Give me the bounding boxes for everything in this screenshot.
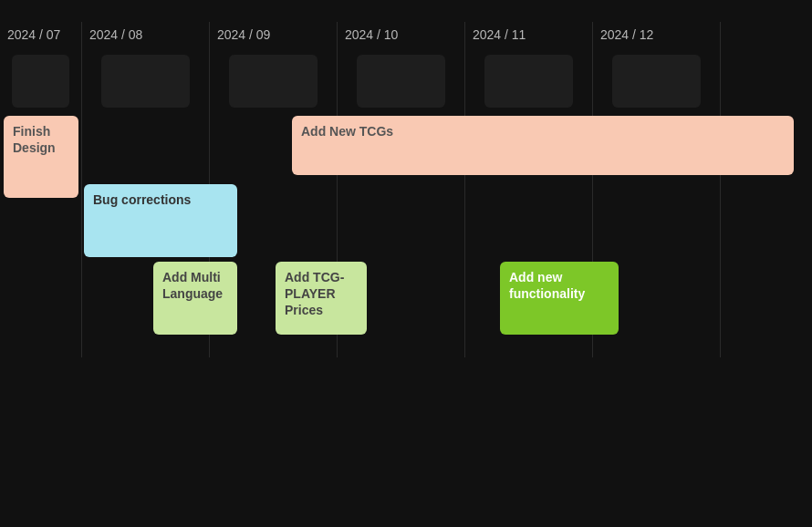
month-label: 2024 / 09 — [210, 22, 338, 47]
col-header-bar — [101, 55, 190, 108]
month-label: 2024 / 08 — [82, 22, 210, 47]
month-label: 2024 / 07 — [0, 22, 82, 47]
col-header-bar — [612, 55, 701, 108]
header — [0, 0, 812, 15]
roadmap-card-bug-corrections[interactable]: Bug corrections — [84, 184, 237, 257]
month-label: 2024 / 10 — [338, 22, 465, 47]
col-header-bar — [12, 55, 68, 108]
col-header-bar — [229, 55, 318, 108]
timeline-area: 2024 / 072024 / 082024 / 092024 / 102024… — [0, 22, 812, 357]
col-header-bar — [357, 55, 445, 108]
col-block — [0, 47, 82, 357]
month-label: 2024 / 11 — [465, 22, 593, 47]
months-header: 2024 / 072024 / 082024 / 092024 / 102024… — [0, 22, 812, 47]
col-header-bar — [484, 55, 573, 108]
app: 2024 / 072024 / 082024 / 092024 / 102024… — [0, 0, 812, 527]
month-label: 2024 / 12 — [593, 22, 721, 47]
cols-area: Finish DesignAdd New TCGsBug corrections… — [0, 47, 812, 357]
roadmap-card-add-new-tcgs[interactable]: Add New TCGs — [292, 116, 794, 175]
roadmap-card-add-multi-language[interactable]: Add Multi Language — [153, 262, 237, 335]
roadmap-card-add-new-functionality[interactable]: Add new functionality — [500, 262, 619, 335]
roadmap-card-finish-design[interactable]: Finish Design — [4, 116, 78, 198]
roadmap-card-add-tcg-player-prices[interactable]: Add TCG-PLAYER Prices — [276, 262, 367, 335]
